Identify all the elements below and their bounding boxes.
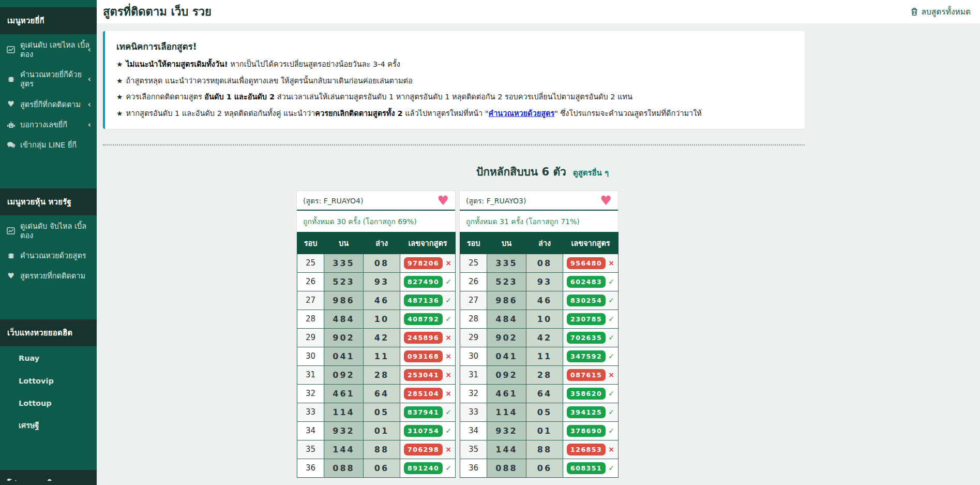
formula-number-cell: 706298× xyxy=(400,440,456,459)
tip-text: " ซึ่งโปรแกรมจะคำนวณสูตรใหม่ที่ดีกว่ามาใ… xyxy=(554,109,702,117)
sidebar-item-label: Lottoup xyxy=(19,399,52,408)
top-number-cell: 484 xyxy=(487,310,526,328)
sidebar-item[interactable]: คำนวณหวยยี่กีด้วยสูตร‹ xyxy=(0,65,97,93)
tip-line: ★ไม่แนะนำให้ตามสูตรเดิมทั้งวัน! หากเป็นไ… xyxy=(116,58,793,70)
top-number-cell: 902 xyxy=(487,328,526,347)
number-badge-hit: 702635 xyxy=(567,332,606,344)
tip-bold-text: ไม่แนะนำให้ตามสูตรเดิมทั้งวัน! xyxy=(126,60,228,68)
formula-cards-row: (สูตร: F_RUAYO4)♥ถูกทั้งหมด 30 ครั้ง (โอ… xyxy=(296,190,972,478)
formula-number-cell: 408792✓ xyxy=(400,310,456,328)
formula-card-header: (สูตร: F_RUAYO4)♥ xyxy=(297,191,455,211)
sidebar-item[interactable]: เข้ากลุ่ม LINE ยี่กี xyxy=(0,136,97,154)
top-number-cell: 088 xyxy=(324,459,364,477)
favorite-heart-icon[interactable]: ♥ xyxy=(438,196,449,206)
sidebar-item[interactable]: เศรษฐี xyxy=(0,415,97,436)
more-formulas-link[interactable]: ดูสูตรอื่น ๆ xyxy=(573,168,609,178)
check-icon: ✓ xyxy=(445,277,451,286)
formula-number-cell: 830254✓ xyxy=(563,291,619,310)
number-badge-miss: 956480 xyxy=(567,257,606,269)
round-cell: 34 xyxy=(460,421,487,440)
sidebar-item[interactable]: Ruay xyxy=(0,348,97,369)
table-row: 3311405394125✓ xyxy=(460,403,619,421)
check-icon: ✓ xyxy=(608,464,614,472)
tip-text: ส่วนเวลาเล่นให้เล่นตามสูตรอันดับ 1 หากสู… xyxy=(275,93,632,101)
chip-icon xyxy=(6,75,16,83)
sidebar-item[interactable]: Lottovip xyxy=(0,371,97,391)
cross-icon: × xyxy=(608,259,614,267)
round-cell: 28 xyxy=(460,310,487,328)
sidebar-item[interactable]: บอกวางเลขยี่กี‹ xyxy=(0,115,97,134)
section-title: ปักหลักสิบบน 6 ตัว xyxy=(476,166,566,178)
top-number-cell: 335 xyxy=(324,254,364,272)
favorite-heart-icon[interactable]: ♥ xyxy=(600,196,612,206)
formula-number-cell: 087615× xyxy=(563,365,619,384)
top-number-cell: 932 xyxy=(487,421,526,440)
round-cell: 35 xyxy=(460,440,487,459)
chart-line-icon xyxy=(6,46,16,54)
top-number-cell: 986 xyxy=(487,291,526,310)
table-row: 3246164358620✓ xyxy=(460,384,619,403)
tip-text: ถ้าสูตรหลุด แนะนำว่าควรหยุดเล่นเพื่อดูทา… xyxy=(126,77,413,85)
top-number-cell: 523 xyxy=(487,272,526,291)
tip-text: แล้วไปหาสูตรใหม่ที่หน้า " xyxy=(403,109,489,117)
tip-line: ★ถ้าสูตรหลุด แนะนำว่าควรหยุดเล่นเพื่อดูท… xyxy=(116,75,793,87)
top-number-cell: 114 xyxy=(324,403,364,421)
formula-number-cell: 394125✓ xyxy=(563,403,619,421)
number-badge-hit: 358620 xyxy=(567,388,606,400)
check-icon: ✓ xyxy=(608,352,614,360)
sidebar-item[interactable]: Lottoup xyxy=(0,393,97,414)
round-cell: 31 xyxy=(297,365,324,384)
formula-number-cell: 285104× xyxy=(400,384,456,403)
formula-number-cell: 956480× xyxy=(563,254,619,272)
number-badge-hit: 347592 xyxy=(567,350,606,362)
cross-icon: × xyxy=(445,333,451,342)
formula-number-cell: 978206× xyxy=(400,254,456,272)
round-cell: 33 xyxy=(460,403,487,421)
sidebar-item[interactable]: ♥สูตรหวยที่กดติดตาม xyxy=(0,267,97,285)
table-row: 2848410230785✓ xyxy=(460,310,619,328)
sidebar-item[interactable]: ♥สูตรยี่กีที่กดติดตาม‹ xyxy=(0,95,97,114)
bottom-number-cell: 28 xyxy=(526,365,563,384)
top-number-cell: 335 xyxy=(487,254,526,272)
calc-formula-page-link[interactable]: คำนวณหวยด้วยสูตร xyxy=(489,109,555,117)
top-number-cell: 144 xyxy=(487,440,526,459)
formula-number-cell: 837941✓ xyxy=(400,403,456,421)
bottom-number-cell: 42 xyxy=(526,328,563,347)
check-icon: ✓ xyxy=(445,296,451,304)
sidebar-item[interactable]: ดูเด่นดับ เลขไหล เบิ้ลตอง‹ xyxy=(0,36,97,64)
cross-icon: × xyxy=(445,259,451,267)
bottom-number-cell: 06 xyxy=(526,459,563,477)
formula-number-cell: 487136✓ xyxy=(400,291,456,310)
delete-all-formulas-button[interactable]: ลบสูตรทั้งหมด xyxy=(910,5,971,18)
check-icon: ✓ xyxy=(608,315,614,323)
bottom-number-cell: 10 xyxy=(364,310,400,328)
tips-card: เทคนิคการเลือกสูตร! ★ไม่แนะนำให้ตามสูตรเ… xyxy=(103,31,805,129)
cross-icon: × xyxy=(445,389,451,398)
bottom-number-cell: 28 xyxy=(364,365,400,384)
formula-number-cell: 608351✓ xyxy=(563,459,619,477)
bottom-number-cell: 88 xyxy=(364,440,400,459)
star-icon: ★ xyxy=(116,93,123,101)
star-icon: ★ xyxy=(116,60,123,68)
round-cell: 27 xyxy=(460,291,487,310)
sidebar-item[interactable]: คำนวณหวยด้วยสูตร xyxy=(0,246,97,265)
round-cell: 30 xyxy=(297,347,324,365)
sidebar-item-label: เข้ากลุ่ม LINE ยี่กี xyxy=(20,140,77,150)
formula-card-header: (สูตร: F_RUAYO3)♥ xyxy=(460,191,618,211)
sidebar-item-label: ดูเด่นดับ เลขไหล เบิ้ลตอง xyxy=(20,40,91,59)
number-badge-miss: 093168 xyxy=(404,350,443,362)
sidebar-item[interactable]: ดูเด่นดับ จับไหล เบิ้ลตอง xyxy=(0,217,97,245)
top-number-cell: 461 xyxy=(324,384,364,403)
bottom-number-cell: 88 xyxy=(526,440,563,459)
number-badge-hit: 837941 xyxy=(404,406,443,418)
top-number-cell: 114 xyxy=(487,403,526,421)
sidebar: เมนูหวยยี่กีดูเด่นดับ เลขไหล เบิ้ลตอง‹คำ… xyxy=(0,0,97,485)
formula-number-cell: 126853× xyxy=(563,440,619,459)
table-row: 2848410408792✓ xyxy=(297,310,456,328)
sidebar-section-header: เมนูหวยยี่กี xyxy=(0,7,97,34)
round-cell: 31 xyxy=(460,365,487,384)
chevron-left-icon: ‹ xyxy=(88,99,91,109)
bottom-number-cell: 08 xyxy=(526,254,563,272)
tip-line: ★หากสูตรอันดับ 1 และอันดับ 2 หลุดติดต่อก… xyxy=(116,108,793,120)
number-badge-hit: 310754 xyxy=(404,425,443,437)
